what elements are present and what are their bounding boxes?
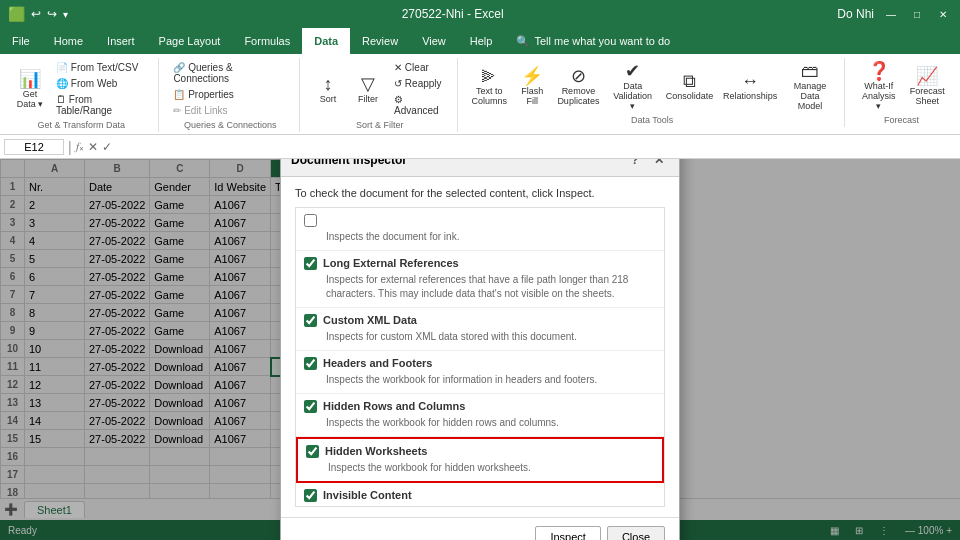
manage-model-icon: 🗃 (801, 62, 819, 80)
inspect-btn[interactable]: Inspect (535, 526, 600, 541)
tab-file[interactable]: File (0, 28, 42, 54)
sort-icon: ↕ (324, 75, 333, 93)
close-btn[interactable]: ✕ (934, 5, 952, 23)
advanced-btn[interactable]: ⚙ Advanced (390, 92, 449, 118)
checkbox-xml[interactable] (304, 314, 317, 327)
properties-btn[interactable]: 📋 Properties (169, 87, 291, 102)
ribbon-group-queries: 🔗 Queries & Connections 📋 Properties ✏ E… (161, 58, 300, 132)
tab-data[interactable]: Data (302, 28, 350, 54)
maximize-btn[interactable]: □ (908, 5, 926, 23)
redo-btn[interactable]: ↪ (47, 7, 57, 21)
relationships-icon: ↔ (741, 72, 759, 90)
formula-bar: | 𝑓ₓ ✕ ✓ (0, 135, 960, 159)
manage-model-label: ManageData Model (788, 81, 832, 111)
hidden-sheets-desc: Inspects the workbook for hidden workshe… (306, 461, 654, 475)
from-table-btn[interactable]: 🗒 From Table/Range (52, 92, 150, 118)
inspector-scroll[interactable]: Inspects the document for ink. Long Exte… (295, 207, 665, 507)
hidden-rows-title: Hidden Rows and Columns (323, 400, 465, 412)
consolidate-label: Consolidate (666, 91, 714, 101)
dialog-help-btn[interactable]: ? (625, 159, 645, 170)
main-area: A B C D E F G H I 1Nr.DateGenderId Websi… (0, 159, 960, 540)
formula-divider: | (68, 139, 72, 155)
headers-title: Headers and Footers (323, 357, 432, 369)
dialog-content: To check the document for the selected c… (281, 177, 679, 517)
checkbox-ink[interactable] (304, 214, 317, 227)
inspector-item-ink: Inspects the document for ink. (296, 208, 664, 251)
inspector-item-xml: Custom XML Data Inspects for custom XML … (296, 308, 664, 351)
checkbox-long-ext[interactable] (304, 257, 317, 270)
ribbon-group-forecast: ❓ What-IfAnalysis ▾ 📈 ForecastSheet Fore… (847, 58, 956, 127)
data-validation-btn[interactable]: ✔ DataValidation ▾ (606, 60, 658, 113)
ribbon-content: 📊 GetData ▾ 📄 From Text/CSV 🌐 From Web 🗒… (0, 54, 960, 134)
app-container: 🟩 ↩ ↪ ▾ 270522-Nhi - Excel Do Nhi — □ ✕ … (0, 0, 960, 540)
data-tools-label: Data Tools (631, 115, 673, 125)
formula-check[interactable]: ✕ (88, 140, 98, 154)
flash-fill-btn[interactable]: ⚡ FlashFill (514, 65, 550, 108)
get-transform-column: 📄 From Text/CSV 🌐 From Web 🗒 From Table/… (52, 60, 150, 118)
sort-label: Sort (320, 94, 337, 104)
remove-duplicates-btn[interactable]: ⊘ RemoveDuplicates (554, 65, 602, 108)
tab-home[interactable]: Home (42, 28, 95, 54)
text-to-columns-label: Text toColumns (472, 86, 508, 106)
checkbox-headers[interactable] (304, 357, 317, 370)
tab-insert[interactable]: Insert (95, 28, 147, 54)
quick-access-more[interactable]: ▾ (63, 9, 68, 20)
forecast-label: Forecast (884, 115, 919, 125)
tab-page-layout[interactable]: Page Layout (147, 28, 233, 54)
sort-filter-column: ✕ Clear ↺ Reapply ⚙ Advanced (390, 60, 449, 118)
title-bar-right: Do Nhi — □ ✕ (837, 5, 952, 23)
sort-filter-items: ↕ Sort ▽ Filter ✕ Clear ↺ Reapply ⚙ Adva… (310, 60, 449, 118)
dialog-title: Document Inspector (291, 159, 407, 167)
xml-desc: Inspects for custom XML data stored with… (304, 330, 656, 344)
checkbox-invisible[interactable] (304, 489, 317, 502)
tab-help[interactable]: Help (458, 28, 505, 54)
title-bar-left: 🟩 ↩ ↪ ▾ (8, 6, 68, 22)
formula-cancel[interactable]: ✓ (102, 140, 112, 154)
document-inspector-dialog: Document Inspector ? ✕ To check the docu… (280, 159, 680, 540)
text-to-columns-btn[interactable]: ⫸ Text toColumns (468, 65, 510, 108)
consolidate-icon: ⧉ (683, 72, 696, 90)
inspector-item-headers: Headers and Footers Inspects the workboo… (296, 351, 664, 394)
ribbon-group-sort-filter: ↕ Sort ▽ Filter ✕ Clear ↺ Reapply ⚙ Adva… (302, 58, 458, 132)
what-if-btn[interactable]: ❓ What-IfAnalysis ▾ (855, 60, 902, 113)
title-bar: 🟩 ↩ ↪ ▾ 270522-Nhi - Excel Do Nhi — □ ✕ (0, 0, 960, 28)
filter-btn[interactable]: ▽ Filter (350, 73, 386, 106)
forecast-label: ForecastSheet (910, 86, 945, 106)
tab-search[interactable]: 🔍 Tell me what you want to do (504, 28, 682, 54)
tab-view[interactable]: View (410, 28, 458, 54)
undo-btn[interactable]: ↩ (31, 7, 41, 21)
from-web-btn[interactable]: 🌐 From Web (52, 76, 150, 91)
reapply-btn[interactable]: ↺ Reapply (390, 76, 449, 91)
forecast-items: ❓ What-IfAnalysis ▾ 📈 ForecastSheet (855, 60, 948, 113)
edit-links-btn[interactable]: ✏ Edit Links (169, 103, 291, 118)
manage-model-btn[interactable]: 🗃 ManageData Model (784, 60, 836, 113)
what-if-label: What-IfAnalysis ▾ (859, 81, 898, 111)
sort-btn[interactable]: ↕ Sort (310, 73, 346, 106)
forecast-icon: 📈 (916, 67, 938, 85)
dialog-intro: To check the document for the selected c… (295, 187, 665, 199)
ribbon-group-get-transform: 📊 GetData ▾ 📄 From Text/CSV 🌐 From Web 🗒… (4, 58, 159, 132)
tab-review[interactable]: Review (350, 28, 410, 54)
tab-formulas[interactable]: Formulas (232, 28, 302, 54)
checkbox-hidden-rows[interactable] (304, 400, 317, 413)
forecast-sheet-btn[interactable]: 📈 ForecastSheet (906, 65, 948, 108)
queries-connections-btn[interactable]: 🔗 Queries & Connections (169, 60, 291, 86)
flash-fill-icon: ⚡ (521, 67, 543, 85)
relationships-label: Relationships (723, 91, 777, 101)
dialog-close-btn[interactable]: ✕ (649, 159, 669, 170)
get-data-label: GetData ▾ (17, 89, 44, 109)
get-data-btn[interactable]: 📊 GetData ▾ (12, 68, 48, 111)
ribbon: File Home Insert Page Layout Formulas Da… (0, 28, 960, 135)
relationships-btn[interactable]: ↔ Relationships (720, 70, 780, 103)
function-icon: 𝑓ₓ (76, 140, 84, 153)
checkbox-hidden-sheets[interactable] (306, 445, 319, 458)
cell-reference-box[interactable] (4, 139, 64, 155)
clear-btn[interactable]: ✕ Clear (390, 60, 449, 75)
text-to-columns-icon: ⫸ (480, 67, 498, 85)
formula-input[interactable] (116, 141, 956, 153)
from-text-csv-btn[interactable]: 📄 From Text/CSV (52, 60, 150, 75)
minimize-btn[interactable]: — (882, 5, 900, 23)
queries-column: 🔗 Queries & Connections 📋 Properties ✏ E… (169, 60, 291, 118)
close-dialog-btn[interactable]: Close (607, 526, 665, 541)
consolidate-btn[interactable]: ⧉ Consolidate (663, 70, 716, 103)
